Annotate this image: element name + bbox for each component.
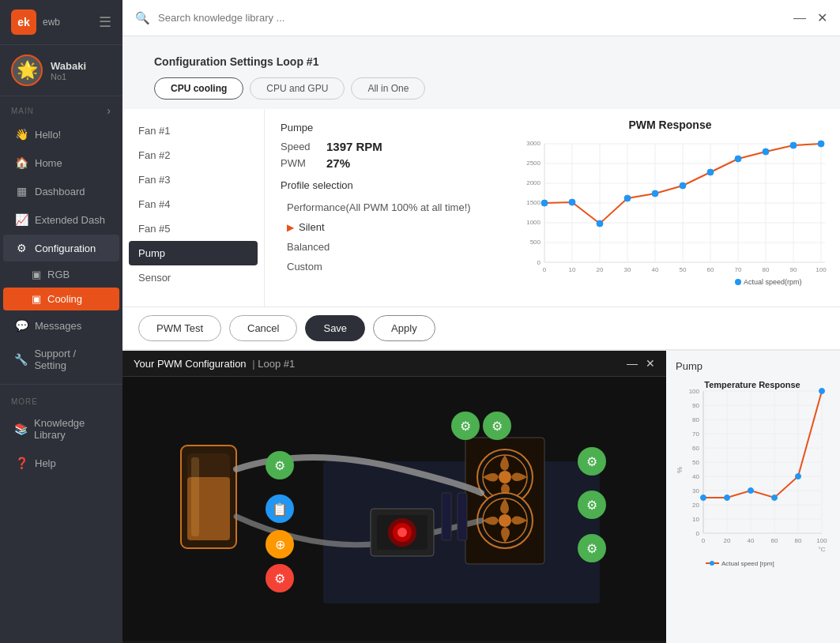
user-profile: 🌟 Wabaki No1 (0, 45, 122, 96)
temp-chart-svg: Temperature Response % (676, 375, 830, 581)
sidebar-divider (0, 384, 122, 385)
sidebar-item-configuration[interactable]: ⚙ Configuration (3, 235, 119, 261)
selected-arrow: ▶ (287, 222, 294, 233)
sidebar-item-knowledge-library[interactable]: 📚 Knowledge Library (3, 410, 119, 448)
user-info: Wabaki No1 (51, 60, 86, 81)
svg-point-125 (725, 495, 730, 501)
sidebar-subitem-rgb[interactable]: ▣ RGB (3, 263, 119, 286)
svg-text:⚙: ⚙ (586, 455, 597, 468)
profile-custom[interactable]: Custom (281, 257, 484, 276)
svg-rect-67 (442, 493, 451, 540)
fan-item-3[interactable]: Fan #3 (122, 167, 264, 192)
svg-rect-68 (458, 493, 467, 540)
svg-point-46 (818, 141, 824, 147)
svg-point-127 (772, 495, 778, 501)
sidebar-item-hello[interactable]: 👋 Hello! (3, 121, 119, 148)
custom-label: Custom (287, 261, 322, 273)
tab-all-in-one[interactable]: All in One (351, 77, 425, 100)
svg-text:60: 60 (707, 266, 714, 273)
sidebar-item-help[interactable]: ❓ Help (3, 449, 119, 476)
svg-text:100: 100 (689, 388, 700, 395)
svg-point-66 (397, 528, 407, 537)
svg-text:Temperature Response: Temperature Response (704, 380, 800, 389)
bottom-section: Your PWM Configuration | Loop #1 — ✕ (122, 351, 840, 643)
svg-text:°C: °C (819, 546, 826, 553)
close-button[interactable]: ✕ (817, 10, 827, 25)
svg-text:0: 0 (696, 530, 700, 537)
svg-text:⚙: ⚙ (492, 419, 503, 433)
messages-icon: 💬 (14, 319, 28, 332)
pwm-value: 27% (326, 156, 350, 170)
sidebar-item-extended-dash[interactable]: 📈 Extended Dash (3, 206, 119, 233)
sidebar-item-label: Messages (35, 320, 81, 332)
cancel-button[interactable]: Cancel (229, 315, 297, 341)
pwm-chart-title: PWM Response (513, 118, 827, 131)
minimize-button[interactable]: — (793, 11, 806, 25)
main-content: 🔍 — ✕ Configuration Settings Loop #1 CPU… (122, 0, 840, 643)
pwm-config-title: Your PWM Configuration | Loop #1 (134, 358, 295, 370)
extended-dash-icon: 📈 (14, 213, 28, 226)
sidebar-subitem-cooling[interactable]: ▣ Cooling (3, 288, 119, 310)
tab-cpu-cooling[interactable]: CPU cooling (154, 77, 243, 100)
svg-point-39 (624, 195, 631, 201)
balanced-label: Balanced (287, 241, 330, 253)
sidebar-item-support[interactable]: 🔧 Support / Setting (3, 340, 119, 378)
pwm-chart-svg: 0 500 1000 1500 2000 2500 3000 0 10 20 3… (513, 136, 829, 294)
tab-cpu-gpu[interactable]: CPU and GPU (250, 77, 345, 100)
search-input[interactable] (158, 12, 785, 24)
pump-section: Pumpe Speed 1397 RPM PWM 27% (281, 122, 484, 170)
svg-text:%: % (676, 467, 684, 473)
svg-text:Actual speed [rpm]: Actual speed [rpm] (721, 560, 774, 567)
config-header: Configuration Settings Loop #1 CPU cooli… (122, 36, 840, 109)
svg-text:10: 10 (569, 266, 576, 273)
fan-item-5[interactable]: Fan #5 (122, 216, 264, 241)
svg-text:50: 50 (680, 266, 687, 273)
svg-point-41 (680, 182, 686, 189)
svg-text:70: 70 (735, 266, 742, 273)
fan-item-4[interactable]: Fan #4 (122, 192, 264, 216)
performance-label: Performance(All PWM 100% at all time!) (287, 201, 471, 213)
svg-text:10: 10 (692, 516, 699, 523)
save-button[interactable]: Save (305, 315, 365, 341)
sidebar-item-messages[interactable]: 💬 Messages (3, 312, 119, 339)
svg-point-128 (796, 474, 801, 479)
section-label-main: Main › (0, 96, 122, 120)
minimize-panel-button[interactable]: — (627, 357, 638, 370)
cooling-system-svg: ⚙ ⚙ ⚙ 📋 ⊕ ⚙ ⚙ ⚙ (165, 398, 623, 619)
pwm-config-panel: Your PWM Configuration | Loop #1 — ✕ (122, 351, 666, 643)
svg-point-40 (652, 190, 658, 197)
svg-text:3000: 3000 (526, 140, 541, 147)
svg-text:0: 0 (702, 537, 706, 544)
profile-balanced[interactable]: Balanced (281, 237, 484, 257)
pwm-test-button[interactable]: PWM Test (138, 315, 221, 341)
pwm-config-controls: — ✕ (627, 357, 655, 370)
svg-point-37 (569, 199, 575, 205)
svg-point-43 (735, 156, 741, 162)
apply-button[interactable]: Apply (373, 315, 435, 341)
sidebar-item-label: Configuration (35, 243, 96, 254)
profile-performance[interactable]: Performance(All PWM 100% at all time!) (281, 197, 484, 217)
svg-text:⚙: ⚙ (586, 498, 597, 512)
sidebar: ek ewb ☰ 🌟 Wabaki No1 Main › 👋 Hello! 🏠 … (0, 0, 122, 643)
svg-text:⚙: ⚙ (586, 542, 597, 555)
sidebar-item-label: Support / Setting (34, 348, 108, 371)
fan-item-1[interactable]: Fan #1 (122, 118, 264, 143)
svg-text:500: 500 (530, 239, 541, 246)
svg-text:⚙: ⚙ (460, 419, 471, 433)
close-panel-button[interactable]: ✕ (646, 357, 655, 370)
fan-item-sensor[interactable]: Sensor (122, 265, 264, 290)
pwm-label: PWM (281, 157, 320, 169)
svg-text:20: 20 (724, 537, 731, 544)
svg-point-61 (499, 514, 511, 527)
sidebar-item-label: Cooling (47, 293, 82, 305)
svg-point-124 (701, 495, 706, 501)
fan-item-2[interactable]: Fan #2 (122, 143, 264, 167)
menu-icon[interactable]: ☰ (99, 13, 111, 31)
sidebar-item-dashboard[interactable]: ▦ Dashboard (3, 178, 119, 205)
sidebar-item-home[interactable]: 🏠 Home (3, 149, 119, 176)
fan-item-pump[interactable]: Pump (129, 241, 258, 265)
pump-label: Pumpe (281, 122, 484, 133)
svg-text:60: 60 (771, 537, 778, 544)
profile-silent[interactable]: ▶ Silent (281, 217, 484, 237)
rgb-icon: ▣ (32, 269, 41, 280)
